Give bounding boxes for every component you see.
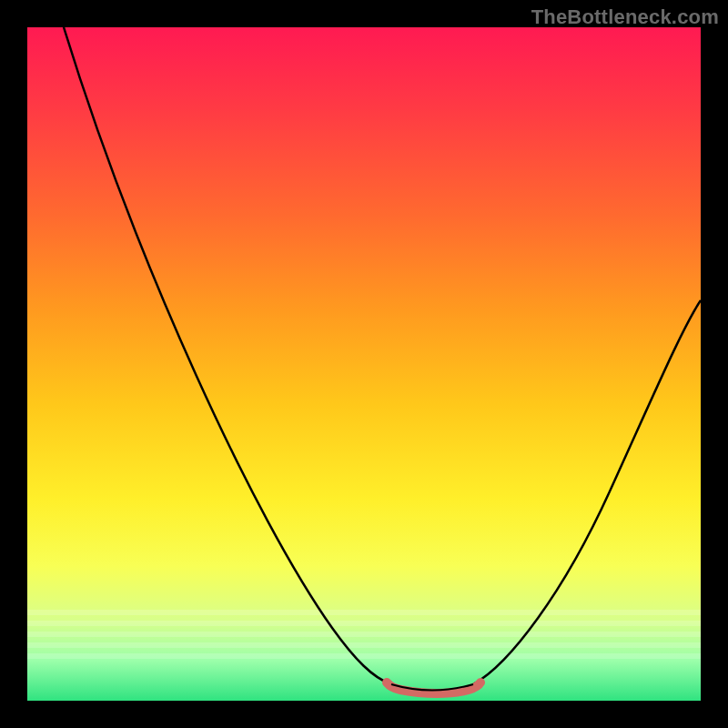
chart-container: TheBottleneck.com: [0, 0, 728, 728]
curve-left-branch: [64, 27, 391, 684]
curve-right-branch: [473, 300, 701, 684]
bottleneck-curve: [27, 27, 701, 701]
plot-area: [27, 27, 701, 701]
curve-valley-highlight: [387, 682, 480, 693]
watermark-text: TheBottleneck.com: [531, 5, 719, 29]
